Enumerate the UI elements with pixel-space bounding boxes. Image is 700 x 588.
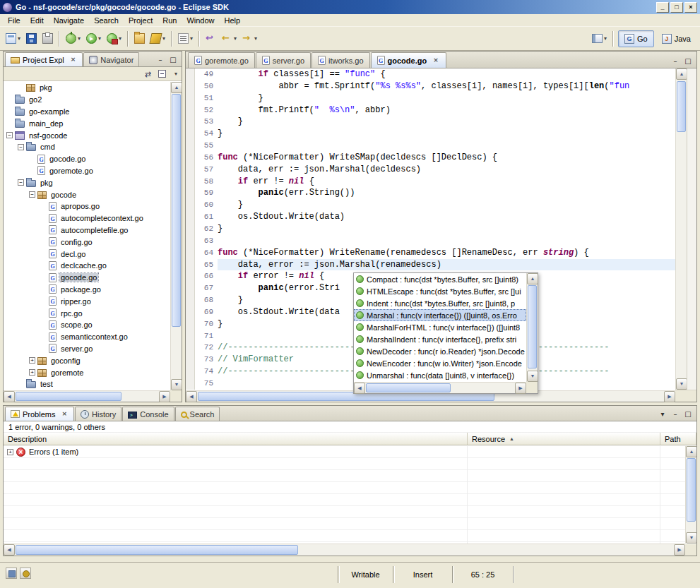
scroll-thumb[interactable] xyxy=(528,285,537,368)
scroll-right-button[interactable]: ▶ xyxy=(515,383,526,394)
back-button[interactable]: ▾ xyxy=(219,30,239,47)
scroll-right-button[interactable]: ▶ xyxy=(674,544,685,556)
dropdown-arrow-icon[interactable]: ▾ xyxy=(190,35,193,42)
tree-item-semanticcontext-go[interactable]: semanticcontext.go xyxy=(4,331,170,343)
tree-item-nsf-gocode[interactable]: −nsf-gocode xyxy=(4,129,170,141)
editor-tab-gocode-go[interactable]: gocode.go× xyxy=(371,52,446,68)
tree-item-scope-go[interactable]: scope.go xyxy=(4,319,170,331)
tree-item-rpc-go[interactable]: rpc.go xyxy=(4,307,170,319)
expander-minus-icon[interactable]: − xyxy=(29,191,35,198)
menu-item-help[interactable]: Help xyxy=(220,15,246,26)
scroll-up-button[interactable]: ▲ xyxy=(686,446,696,457)
problems-tab-problems[interactable]: Problems× xyxy=(5,407,74,421)
dropdown-arrow-icon[interactable]: ▾ xyxy=(162,35,165,42)
autocomplete-item-marshal[interactable]: Marshal : func(v interface{}) ([]uint8, … xyxy=(354,309,526,321)
column-header-resource[interactable]: Resource▲ xyxy=(468,433,660,445)
expander-minus-icon[interactable]: − xyxy=(18,144,24,150)
menu-item-window[interactable]: Window xyxy=(182,15,219,26)
code-text[interactable]: if classes[i] == "func" { xyxy=(218,68,675,80)
view-menu-button[interactable]: ▾ xyxy=(170,66,180,83)
tree-item-main-dep[interactable]: main_dep xyxy=(4,117,170,129)
expander-plus-icon[interactable]: + xyxy=(7,449,13,455)
autocomplete-item-compact[interactable]: Compact : func(dst *bytes.Buffer, src []… xyxy=(354,273,526,285)
code-text[interactable]: } xyxy=(218,199,675,211)
scroll-left-button[interactable]: ◀ xyxy=(354,383,365,394)
expander-minus-icon[interactable]: − xyxy=(6,132,13,138)
autocomplete-item-htmlescape[interactable]: HTMLEscape : func(dst *bytes.Buffer, src… xyxy=(354,285,526,297)
perspective-go[interactable]: Go xyxy=(618,30,654,47)
scroll-right-button[interactable]: ▶ xyxy=(159,391,170,402)
code-text[interactable]: data, error := json.Marshal(renamedescs) xyxy=(218,259,675,271)
code-text[interactable]: fmt.Printf(" %s\n", abbr) xyxy=(218,104,675,116)
scroll-thumb[interactable] xyxy=(16,392,121,401)
code-text[interactable]: if err != nil { xyxy=(218,176,675,188)
close-icon[interactable]: × xyxy=(69,56,78,64)
tree-item-cmd[interactable]: −cmd xyxy=(4,141,170,153)
scroll-right-button[interactable]: ▶ xyxy=(664,391,675,402)
search-button[interactable]: ▾ xyxy=(148,30,168,47)
tree-item-goconfig[interactable]: +goconfig xyxy=(4,354,170,366)
column-header-path[interactable]: Path xyxy=(660,433,696,445)
scroll-up-button[interactable]: ▲ xyxy=(171,82,182,93)
autocomplete-item-unmarshal[interactable]: Unmarshal : func(data []uint8, v interfa… xyxy=(354,369,526,381)
expander-minus-icon[interactable]: − xyxy=(18,179,24,186)
tree-item-gocode[interactable]: −gocode xyxy=(4,188,170,200)
editor-tab-itworks-go[interactable]: itworks.go xyxy=(312,52,370,68)
status-trim-icon-2[interactable] xyxy=(20,568,31,579)
minimize-view-button[interactable]: – xyxy=(670,409,681,419)
dropdown-arrow-icon[interactable]: ▾ xyxy=(18,35,20,42)
scroll-thumb[interactable] xyxy=(172,94,181,327)
tree-item-pkg[interactable]: −pkg xyxy=(4,176,170,188)
maximize-button[interactable]: □ xyxy=(670,2,683,13)
editor-tab-server-go[interactable]: server.go xyxy=(256,52,311,68)
status-trim-icon-1[interactable] xyxy=(6,568,17,579)
view-tab-project-expl[interactable]: Project Expl× xyxy=(5,52,83,66)
scroll-down-button[interactable]: ▼ xyxy=(171,379,182,390)
autocomplete-item-marshalindent[interactable]: MarshalIndent : func(v interface{}, pref… xyxy=(354,333,526,345)
tree-item-goremote[interactable]: +goremote xyxy=(4,366,170,378)
close-button[interactable]: × xyxy=(684,2,697,13)
tree-item-gocode-go[interactable]: gocode.go xyxy=(4,153,170,165)
tree-item-server-go[interactable]: server.go xyxy=(4,343,170,355)
scroll-left-button[interactable]: ◀ xyxy=(4,544,15,556)
new-wizard-button[interactable]: ▾ xyxy=(3,30,23,47)
scroll-left-button[interactable]: ◀ xyxy=(4,391,15,402)
scroll-up-button[interactable]: ▲ xyxy=(676,68,687,80)
dropdown-arrow-icon[interactable]: ▾ xyxy=(78,35,81,42)
scroll-up-button[interactable]: ▲ xyxy=(527,273,538,284)
explorer-hscrollbar[interactable]: ◀ ▶ xyxy=(4,390,170,402)
maximize-view-button[interactable]: □ xyxy=(167,55,179,65)
tree-item-config-go[interactable]: config.go xyxy=(4,236,170,248)
dropdown-arrow-icon[interactable]: ▾ xyxy=(254,35,257,42)
menu-item-project[interactable]: Project xyxy=(124,15,158,26)
collapse-all-button[interactable] xyxy=(155,66,169,83)
scroll-thumb[interactable] xyxy=(16,545,298,555)
autocomplete-item-marshalforhtml[interactable]: MarshalForHTML : func(v interface{}) ([]… xyxy=(354,321,526,333)
maximize-view-button[interactable]: □ xyxy=(682,56,694,66)
view-tab-navigator[interactable]: Navigator xyxy=(83,52,139,66)
tree-item-test[interactable]: test xyxy=(4,378,170,390)
last-edit-button[interactable] xyxy=(203,30,219,47)
scroll-thumb[interactable] xyxy=(366,383,451,392)
explorer-vscrollbar[interactable]: ▲ ▼ xyxy=(170,82,182,390)
code-text[interactable]: os.Stdout.Write(data) xyxy=(218,211,675,223)
debug-button[interactable]: ▾ xyxy=(63,30,83,47)
view-menu-button[interactable]: ▾ xyxy=(657,409,668,419)
close-icon[interactable]: × xyxy=(60,410,69,418)
scroll-thumb[interactable] xyxy=(687,458,696,522)
menu-item-navigate[interactable]: Navigate xyxy=(49,15,89,26)
save-button[interactable] xyxy=(23,30,40,47)
tree-item-autocompletefile-go[interactable]: autocompletefile.go xyxy=(4,224,170,236)
close-icon[interactable]: × xyxy=(432,56,440,64)
code-text[interactable]: func (*NiceFormatter) WriteSMap(decldesc… xyxy=(218,152,675,164)
tree-item-package-go[interactable]: package.go xyxy=(4,284,170,296)
autocomplete-item-newencoder[interactable]: NewEncoder : func(w io.Writer) *json.Enc… xyxy=(354,357,526,369)
popup-vscrollbar[interactable]: ▲ ▼ xyxy=(526,273,538,382)
problems-hscrollbar[interactable]: ◀ ▶ xyxy=(4,544,685,556)
menu-item-file[interactable]: File xyxy=(3,15,25,26)
scroll-left-button[interactable]: ◀ xyxy=(186,391,197,402)
menu-item-search[interactable]: Search xyxy=(89,15,124,26)
popup-hscrollbar[interactable]: ◀ ▶ xyxy=(354,382,526,393)
open-perspective-button[interactable]: ▾ xyxy=(589,30,610,47)
problems-vscrollbar[interactable]: ▲ ▼ xyxy=(685,446,696,544)
